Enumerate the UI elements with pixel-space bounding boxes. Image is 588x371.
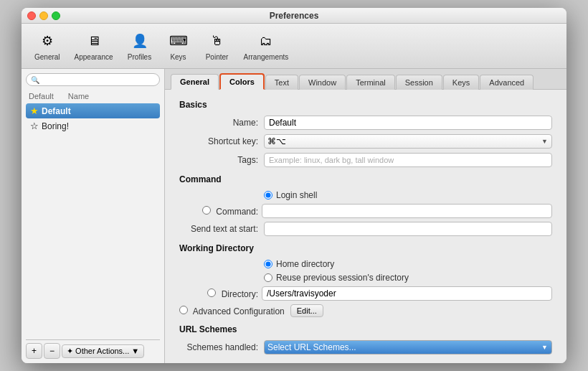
sidebar-item-default-label: Default (42, 106, 71, 116)
toolbar-profiles[interactable]: 👤 Profiles (122, 28, 158, 64)
add-profile-button[interactable]: + (26, 343, 42, 359)
tab-text[interactable]: Text (265, 75, 298, 90)
toolbar-arrangements-label: Arrangements (244, 53, 289, 61)
home-dir-row: Home directory (179, 259, 552, 269)
directory-radio-col: Directory: (179, 288, 258, 299)
tags-row: Tags: Example: linux, dark bg, tall wind… (179, 153, 552, 167)
send-text-input[interactable] (264, 222, 552, 236)
shortcut-row: Shortcut key: ⌘⌥ ▼ (179, 134, 552, 149)
pointer-icon: 🖱 (207, 31, 227, 51)
tab-general[interactable]: General (171, 74, 219, 90)
tab-window[interactable]: Window (299, 75, 346, 90)
command-section-title: Command (179, 174, 552, 184)
maximize-button[interactable] (52, 11, 60, 20)
toolbar: ⚙ General 🖥 Appearance 👤 Profiles ⌨ Keys… (22, 24, 566, 69)
home-dir-radio[interactable] (264, 260, 272, 268)
toolbar-appearance[interactable]: 🖥 Appearance (69, 28, 119, 64)
advanced-config-label: Advanced Configuration (193, 306, 285, 316)
profiles-icon: 👤 (130, 31, 150, 51)
general-icon: ⚙ (37, 31, 57, 51)
name-input[interactable] (264, 116, 552, 130)
shortcut-select[interactable]: ⌘⌥ (264, 134, 552, 149)
command-radio[interactable] (202, 206, 211, 215)
traffic-lights (27, 11, 60, 20)
close-button[interactable] (27, 11, 36, 20)
right-panel: General Colors Text Window Terminal Sess… (165, 69, 566, 363)
send-text-row: Send text at start: (179, 222, 552, 236)
login-shell-label: Login shell (276, 190, 317, 200)
star-icon-boring: ☆ (30, 121, 39, 131)
home-dir-label: Home directory (276, 259, 334, 269)
login-shell-row: Login shell (179, 190, 552, 200)
tab-session[interactable]: Session (396, 75, 442, 90)
sidebar-header: Default Name (26, 90, 160, 102)
arrangements-icon: 🗂 (256, 31, 276, 51)
keys-icon: ⌨ (169, 31, 189, 51)
toolbar-arrangements[interactable]: 🗂 Arrangements (238, 28, 295, 64)
tags-input[interactable]: Example: linux, dark bg, tall window (264, 153, 552, 167)
directory-label: Directory: (222, 289, 258, 299)
directory-input[interactable] (262, 286, 552, 301)
tabs-bar: General Colors Text Window Terminal Sess… (165, 69, 566, 90)
command-radio-col: Command: (179, 206, 258, 217)
shortcut-label: Shortcut key: (179, 136, 258, 146)
advanced-config-row: Advanced Configuration Edit... (179, 304, 552, 317)
header-name: Name (68, 92, 89, 100)
tab-terminal[interactable]: Terminal (346, 75, 395, 90)
directory-radio[interactable] (207, 288, 216, 297)
name-row: Name: (179, 116, 552, 130)
sidebar: 🔍 Default Name ★ Default ☆ Boring! + − (22, 69, 165, 363)
reuse-session-radio[interactable] (264, 273, 272, 282)
sidebar-bottom: + − ✦ Other Actions... ▼ (26, 339, 160, 359)
basics-section-title: Basics (179, 100, 552, 110)
tags-label: Tags: (179, 155, 258, 165)
preferences-window: Preferences ⚙ General 🖥 Appearance 👤 Pro… (22, 8, 566, 363)
search-icon: 🔍 (31, 76, 39, 84)
send-text-label: Send text at start: (179, 224, 258, 234)
sidebar-item-boring-label: Boring! (42, 121, 69, 131)
toolbar-general-label: General (34, 53, 60, 61)
command-row: Command: (179, 204, 552, 218)
remove-profile-button[interactable]: − (44, 343, 60, 359)
directory-row: Directory: (179, 286, 552, 301)
tab-colors[interactable]: Colors (219, 73, 265, 90)
toolbar-pointer[interactable]: 🖱 Pointer (199, 28, 235, 64)
schemes-row: Schemes handled: Select URL Schemes... ▼ (179, 340, 552, 354)
url-schemes-section-title: URL Schemes (179, 324, 552, 334)
name-label: Name: (179, 118, 258, 128)
sidebar-list: ★ Default ☆ Boring! (26, 103, 160, 337)
sidebar-item-default[interactable]: ★ Default (26, 103, 160, 118)
edit-button[interactable]: Edit... (290, 304, 323, 317)
working-dir-section-title: Working Directory (179, 243, 552, 253)
appearance-icon: 🖥 (84, 31, 104, 51)
toolbar-appearance-label: Appearance (75, 53, 113, 61)
star-icon-default: ★ (30, 105, 39, 116)
url-schemes-select[interactable]: Select URL Schemes... (264, 340, 552, 354)
search-bar: 🔍 (26, 73, 160, 86)
sidebar-item-boring[interactable]: ☆ Boring! (26, 118, 160, 133)
main-area: 🔍 Default Name ★ Default ☆ Boring! + − (22, 69, 566, 363)
toolbar-pointer-label: Pointer (206, 53, 229, 61)
advanced-config-radio-col: Advanced Configuration (179, 306, 285, 316)
toolbar-profiles-label: Profiles (128, 53, 151, 61)
advanced-config-radio[interactable] (179, 306, 188, 314)
search-input[interactable] (42, 75, 155, 84)
tab-keys[interactable]: Keys (443, 75, 479, 90)
login-shell-radio[interactable] (264, 191, 272, 199)
titlebar: Preferences (22, 8, 566, 24)
header-default: Default (29, 92, 54, 100)
toolbar-keys[interactable]: ⌨ Keys (161, 28, 196, 64)
tab-advanced[interactable]: Advanced (480, 75, 534, 90)
minimize-button[interactable] (39, 11, 48, 20)
other-actions-button[interactable]: ✦ Other Actions... ▼ (62, 344, 144, 358)
reuse-session-row: Reuse previous session's directory (179, 273, 552, 283)
toolbar-general[interactable]: ⚙ General (29, 28, 66, 64)
command-input[interactable] (262, 204, 552, 218)
tags-placeholder: Example: linux, dark bg, tall window (269, 156, 394, 164)
schemes-label: Schemes handled: (179, 342, 258, 352)
reuse-session-label: Reuse previous session's directory (276, 273, 409, 283)
other-actions-dropdown-icon: ▼ (131, 347, 139, 355)
url-schemes-wrapper: Select URL Schemes... ▼ (264, 340, 552, 354)
command-label: Command: (216, 207, 258, 217)
content-area: Basics Name: Shortcut key: ⌘⌥ ▼ Tags: (165, 90, 566, 363)
